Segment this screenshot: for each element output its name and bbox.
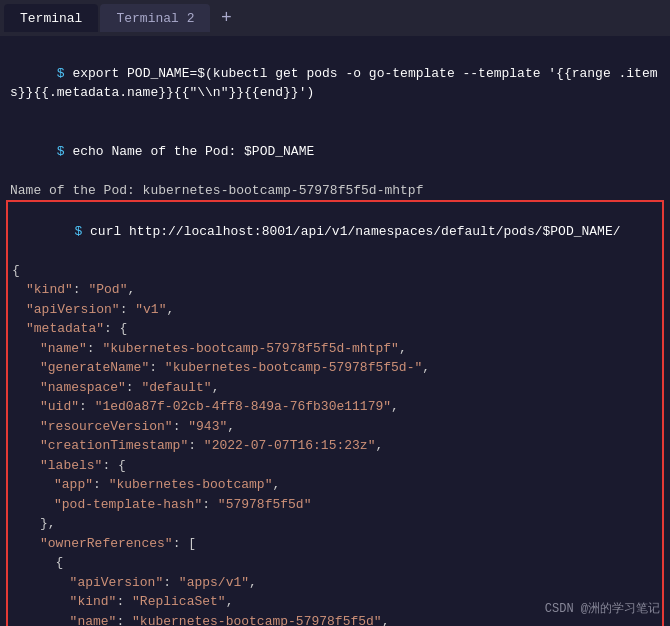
prompt-1: $ (57, 66, 73, 81)
json-ownerreferences-open: "ownerReferences": [ (12, 534, 658, 554)
prompt-2: $ (57, 144, 73, 159)
highlighted-block: $ curl http://localhost:8001/api/v1/name… (6, 200, 664, 626)
cmd-export: $ export POD_NAME=$(kubectl get pods -o … (10, 44, 660, 122)
json-kind: "kind": "Pod", (12, 280, 658, 300)
tab-bar: Terminal Terminal 2 + (0, 0, 670, 36)
json-name: "name": "kubernetes-bootcamp-57978f5f5d-… (12, 339, 658, 359)
json-pod-template-hash: "pod-template-hash": "57978f5f5d" (12, 495, 658, 515)
tab-terminal-2[interactable]: Terminal 2 (100, 4, 210, 32)
json-app: "app": "kubernetes-bootcamp", (12, 475, 658, 495)
json-generatename: "generateName": "kubernetes-bootcamp-579… (12, 358, 658, 378)
export-command: export POD_NAME=$(kubectl get pods -o go… (10, 66, 658, 101)
json-labels-close: }, (12, 514, 658, 534)
prompt-3: $ (74, 224, 90, 239)
json-creationtimestamp: "creationTimestamp": "2022-07-07T16:15:2… (12, 436, 658, 456)
echo-command: echo Name of the Pod: $POD_NAME (72, 144, 314, 159)
terminal-container: Terminal Terminal 2 + $ export POD_NAME=… (0, 0, 670, 626)
json-ref-apiversion: "apiVersion": "apps/v1", (12, 573, 658, 593)
tab-terminal-1[interactable]: Terminal (4, 4, 98, 32)
cmd-curl: $ curl http://localhost:8001/api/v1/name… (12, 202, 658, 261)
json-labels-open: "labels": { (12, 456, 658, 476)
json-resourceversion: "resourceVersion": "943", (12, 417, 658, 437)
tab-add-button[interactable]: + (212, 4, 240, 32)
json-uid: "uid": "1ed0a87f-02cb-4ff8-849a-76fb30e1… (12, 397, 658, 417)
json-metadata-open: "metadata": { (12, 319, 658, 339)
json-ownerref-obj-open: { (12, 553, 658, 573)
json-apiversion: "apiVersion": "v1", (12, 300, 658, 320)
terminal-body: $ export POD_NAME=$(kubectl get pods -o … (0, 36, 670, 626)
json-namespace: "namespace": "default", (12, 378, 658, 398)
output-pod-name: Name of the Pod: kubernetes-bootcamp-579… (10, 181, 660, 201)
cmd-echo: $ echo Name of the Pod: $POD_NAME (10, 122, 660, 181)
watermark: CSDN @洲的学习笔记 (545, 600, 660, 618)
json-open-brace: { (12, 261, 658, 281)
curl-command: curl http://localhost:8001/api/v1/namesp… (90, 224, 621, 239)
